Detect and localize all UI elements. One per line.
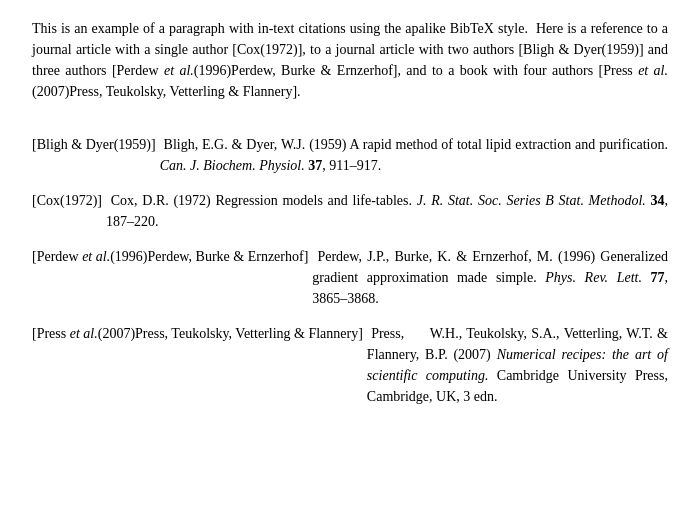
journal-cox: J. R. Stat. Soc. Series B Stat. Methodol… (417, 193, 646, 208)
et-al-1: et al. (164, 63, 194, 78)
main-content: This is an example of a paragraph with i… (32, 18, 668, 407)
journal-bligh: Can. J. Biochem. Physiol. (160, 158, 305, 173)
ref-entry-cox: [Cox(1972)] Cox, D.R. (1972) Regression … (32, 190, 668, 232)
ref-body-press: Press, W.H., Teukolsky, S.A., Vetterling… (367, 323, 668, 407)
volume-perdew: 77 (651, 270, 665, 285)
ref-entry-perdew: [Perdew et al.(1996)Perdew, Burke & Ernz… (32, 246, 668, 309)
references-section: [Bligh & Dyer(1959)] Bligh, E.G. & Dyer,… (32, 134, 668, 407)
volume-cox: 34 (651, 193, 665, 208)
et-al-2: et al. (638, 63, 668, 78)
ref-label-perdew: [Perdew et al.(1996)Perdew, Burke & Ernz… (32, 246, 308, 267)
volume-bligh: 37 (308, 158, 322, 173)
et-al-press: et al. (70, 326, 98, 341)
ref-label-bligh: [Bligh & Dyer(1959)] (32, 134, 156, 155)
ref-body-cox: Cox, D.R. (1972) Regression models and l… (106, 190, 668, 232)
ref-label-cox: [Cox(1972)] (32, 190, 102, 211)
journal-perdew: Phys. Rev. Lett. (545, 270, 642, 285)
ref-entry-bligh: [Bligh & Dyer(1959)] Bligh, E.G. & Dyer,… (32, 134, 668, 176)
ref-label-press: [Press et al.(2007)Press, Teukolsky, Vet… (32, 323, 363, 344)
intro-paragraph: This is an example of a paragraph with i… (32, 18, 668, 102)
ref-entry-press: [Press et al.(2007)Press, Teukolsky, Vet… (32, 323, 668, 407)
ref-body-bligh: Bligh, E.G. & Dyer, W.J. (1959) A rapid … (160, 134, 668, 176)
book-title-press: Numerical recipes: the art of scientific… (367, 347, 668, 383)
ref-body-perdew: Perdew, J.P., Burke, K. & Ernzerhof, M. … (312, 246, 668, 309)
et-al-perdew: et al. (82, 249, 110, 264)
